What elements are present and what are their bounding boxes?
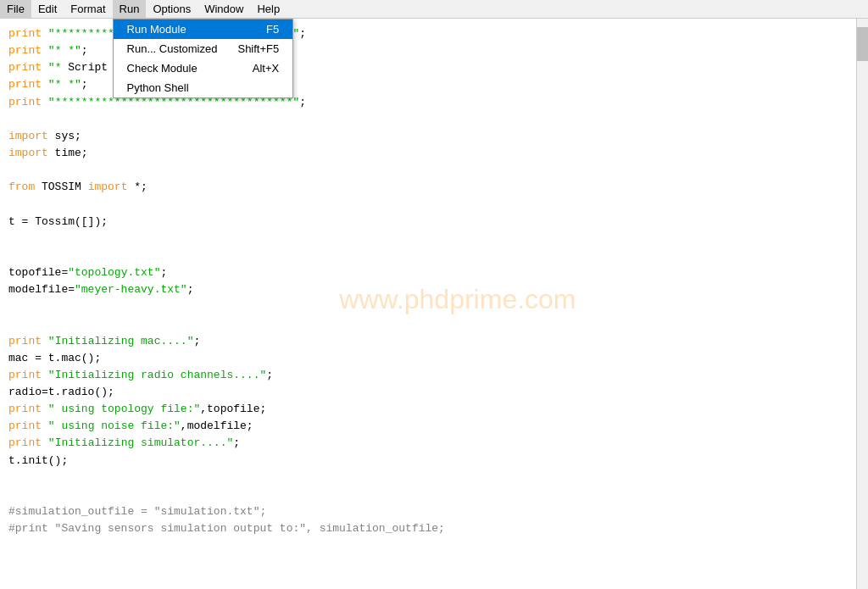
code-line: import sys; — [8, 128, 848, 145]
code-line: #simulation_outfile = "simulation.txt"; — [8, 503, 848, 520]
code-line: #print "Saving sensors simulation output… — [8, 520, 848, 537]
code-line — [8, 111, 848, 128]
code-line: print "Initializing mac...."; — [8, 333, 848, 350]
code-line: print "Initializing simulator...."; — [8, 435, 848, 452]
menu-options[interactable]: Options — [146, 0, 198, 18]
editor: www.phdprime.com print "****************… — [0, 19, 868, 589]
code-line — [8, 196, 848, 213]
check-module-label: Check Module — [127, 62, 198, 75]
run-module-item[interactable]: Run Module F5 — [114, 19, 293, 39]
code-line: t.init(); — [8, 453, 848, 470]
run-customized-shortcut: Shift+F5 — [237, 42, 279, 55]
run-dropdown: Run Module F5 Run... Customized Shift+F5… — [113, 19, 294, 98]
code-line — [8, 247, 848, 264]
python-shell-label: Python Shell — [127, 81, 189, 94]
code-line: radio=t.radio(); — [8, 384, 848, 401]
run-module-shortcut: F5 — [266, 23, 279, 36]
menu-window[interactable]: Window — [198, 0, 250, 18]
menu-format[interactable]: Format — [64, 0, 112, 18]
code-line: print " using topology file:",topofile; — [8, 401, 848, 418]
code-line — [8, 486, 848, 503]
code-area[interactable]: www.phdprime.com print "****************… — [0, 19, 856, 589]
code-line: modelfile="meyer-heavy.txt"; — [8, 281, 848, 298]
code-line — [8, 162, 848, 179]
code-line — [8, 298, 848, 315]
menu-edit[interactable]: Edit — [31, 0, 64, 18]
code-line — [8, 470, 848, 486]
run-customized-item[interactable]: Run... Customized Shift+F5 — [114, 39, 293, 58]
scrollbar[interactable] — [856, 19, 868, 589]
code-line: topofile="topology.txt"; — [8, 264, 848, 281]
python-shell-item[interactable]: Python Shell — [114, 78, 293, 97]
menubar: File Edit Format Run Run Module F5 Run..… — [0, 0, 868, 19]
code-line — [8, 231, 848, 247]
menu-file[interactable]: File — [0, 0, 31, 18]
check-module-shortcut: Alt+X — [253, 62, 279, 75]
code-line: from TOSSIM import *; — [8, 179, 848, 196]
code-line: mac = t.mac(); — [8, 350, 848, 367]
check-module-item[interactable]: Check Module Alt+X — [114, 58, 293, 78]
code-line: t = Tossim([]); — [8, 214, 848, 231]
code-line — [8, 315, 848, 332]
menu-help[interactable]: Help — [250, 0, 287, 18]
code-line: print "Initializing radio channels...."; — [8, 367, 848, 384]
menu-run[interactable]: Run Run Module F5 Run... Customized Shif… — [113, 0, 147, 18]
scrollbar-thumb[interactable] — [857, 27, 868, 61]
code-line: import time; — [8, 145, 848, 162]
run-customized-label: Run... Customized — [127, 42, 218, 55]
run-module-label: Run Module — [127, 23, 186, 36]
code-line: print " using noise file:",modelfile; — [8, 418, 848, 435]
